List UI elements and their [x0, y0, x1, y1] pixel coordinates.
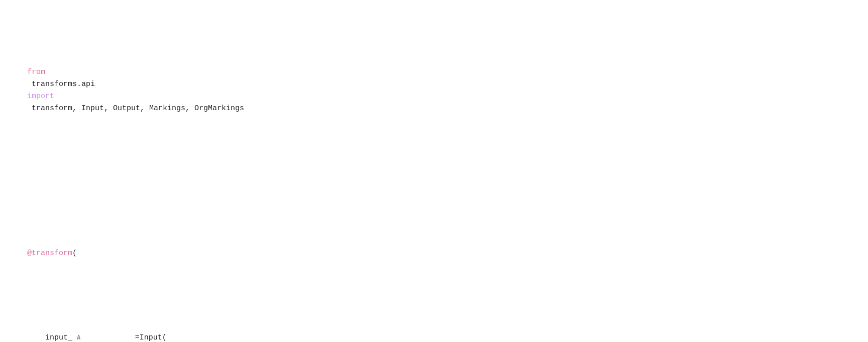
module-name: transforms.api — [27, 80, 99, 89]
eq-input-a: =Input( — [81, 333, 167, 342]
decorator-paren: ( — [72, 249, 77, 258]
line-input-a: input_ A =Input( — [9, 320, 859, 342]
line-decorator: @transform( — [9, 235, 859, 272]
keyword-import: import — [27, 92, 54, 101]
indent-a: input_ — [27, 333, 77, 342]
line-import: from transforms.api import transform, In… — [9, 54, 859, 127]
import-items: transform, Input, Output, Markings, OrgM… — [27, 104, 244, 113]
keyword-from: from — [27, 68, 45, 76]
decorator-at: @transform — [27, 249, 72, 258]
code-editor: from transforms.api import transform, In… — [9, 6, 859, 342]
param-a-hint: A — [77, 334, 81, 341]
